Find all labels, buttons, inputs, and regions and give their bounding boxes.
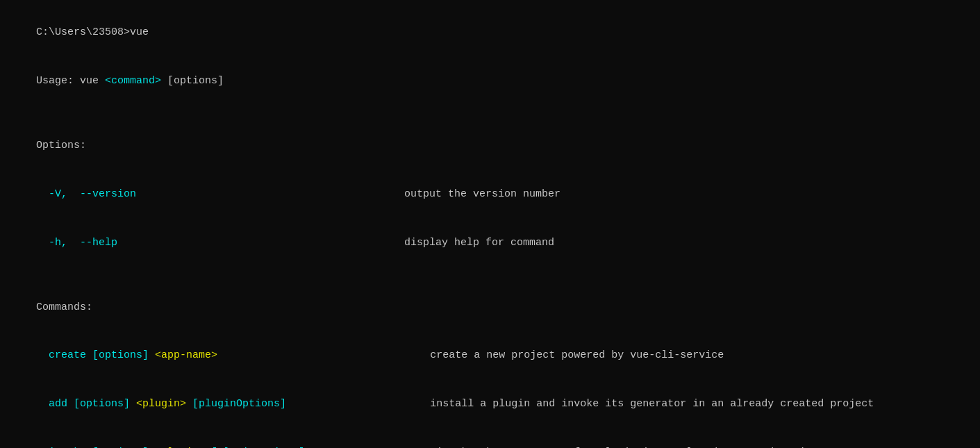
cmd-invoke: invoke [options] <plugin> [pluginOptions… [11,429,969,449]
option-help-flag: -h, --help [36,235,404,251]
cmd-create-syntax: create [options] [36,349,155,361]
option-help: -h, --help display help for command [11,218,969,267]
cmd-add-desc: install a plugin and invoke its generato… [430,398,874,410]
cmd-add-arg: <plugin> [136,398,186,410]
terminal-window: C:\Users\23508>vue Usage: vue <command> … [11,8,969,448]
cmd-create-arg: <app-name> [155,349,430,361]
cmd-create-desc: create a new project powered by vue-cli-… [430,349,724,361]
options-header: Options: [11,122,969,170]
option-help-desc: display help for command [404,237,554,249]
usage-options: [options] [161,75,224,87]
cmd-add: add [options] <plugin> [pluginOptions] i… [11,380,969,429]
cmd-add-syntax: add [options] [36,398,136,410]
option-version-desc: output the version number [404,188,560,200]
option-version-flag: -V, --version [36,186,404,202]
usage-command: <command> [105,75,161,87]
cmd-add-opts: [pluginOptions] [186,398,430,410]
prompt-text: C:\Users\23508>vue [36,26,149,38]
commands-header: Commands: [11,283,969,331]
prompt-line: C:\Users\23508>vue [11,8,969,57]
usage-line: Usage: vue <command> [options] [11,57,969,106]
cmd-create: create [options] <app-name> create a new… [11,331,969,380]
usage-text: Usage: vue [36,75,105,87]
option-version: -V, --version output the version number [11,170,969,219]
